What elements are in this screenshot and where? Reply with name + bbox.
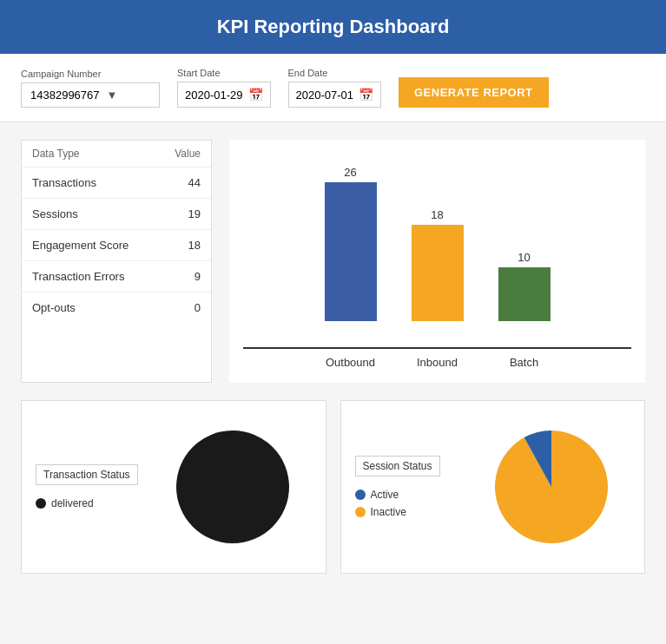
start-date-control: Start Date 2020-01-29 📅	[177, 68, 271, 108]
end-date-label: End Date	[288, 68, 382, 78]
active-label: Active	[371, 489, 399, 501]
campaign-value: 14382996767	[30, 89, 100, 102]
row-value-engagement: 18	[188, 239, 201, 252]
calendar-icon: 📅	[248, 88, 263, 102]
table-row: Sessions 19	[22, 199, 211, 230]
active-dot	[355, 490, 366, 500]
legend-item-active: Active	[355, 489, 459, 501]
bar-x-label: Inbound	[412, 356, 464, 369]
col-header-value: Value	[175, 148, 201, 160]
page-title: KPI Reporting Dashboard	[217, 16, 450, 37]
table-row: Opt-outs 0	[22, 292, 211, 323]
start-date-input[interactable]: 2020-01-29 📅	[177, 82, 271, 108]
row-value-optouts: 0	[195, 301, 201, 314]
bar-value-label: 10	[518, 251, 530, 264]
campaign-label: Campaign Number	[21, 69, 160, 79]
bar-value-label: 26	[344, 166, 356, 179]
row-label-engagement: Engagement Score	[32, 239, 129, 252]
row-label-sessions: Sessions	[32, 207, 78, 220]
bar-rect	[498, 267, 551, 321]
bar-group-batch: 10	[498, 251, 551, 321]
row-value-transactions: 44	[188, 176, 201, 189]
table-row: Transaction Errors 9	[22, 261, 211, 292]
start-date-label: Start Date	[177, 68, 271, 78]
end-date-control: End Date 2020-07-01 📅	[288, 68, 382, 108]
row-label-transaction-errors: Transaction Errors	[32, 270, 124, 283]
inactive-dot	[355, 507, 366, 517]
top-section: Data Type Value Transactions 44 Sessions…	[21, 140, 645, 383]
session-status-pie	[473, 422, 631, 552]
data-table: Data Type Value Transactions 44 Sessions…	[21, 140, 212, 383]
session-status-card: Session Status Active Inactive	[340, 400, 646, 574]
row-value-sessions: 19	[188, 207, 201, 220]
session-status-legend: Session Status Active Inactive	[355, 456, 459, 518]
bar-chart: 261810	[243, 158, 631, 349]
legend-item-inactive: Inactive	[355, 506, 459, 518]
session-pie-svg	[486, 422, 617, 552]
bar-group-outbound: 26	[325, 166, 377, 321]
end-date-value: 2020-07-01	[296, 89, 354, 102]
legend-item-delivered: delivered	[36, 497, 140, 509]
campaign-dropdown[interactable]: 14382996767 ▼	[21, 82, 160, 108]
bar-rect	[325, 182, 377, 321]
row-label-transactions: Transactions	[32, 176, 96, 189]
controls-bar: Campaign Number 14382996767 ▼ Start Date…	[0, 54, 666, 122]
campaign-control: Campaign Number 14382996767 ▼	[21, 69, 160, 108]
chevron-down-icon: ▼	[107, 89, 150, 102]
transaction-status-title: Transaction Status	[36, 464, 138, 485]
transaction-pie-svg	[168, 422, 298, 552]
delivered-label: delivered	[51, 497, 94, 509]
bar-group-inbound: 18	[412, 208, 464, 321]
bar-rect	[412, 225, 464, 321]
table-row: Transactions 44	[22, 168, 211, 199]
bar-labels: OutboundInboundBatch	[243, 356, 631, 369]
end-date-input[interactable]: 2020-07-01 📅	[288, 82, 382, 108]
table-row: Engagement Score 18	[22, 230, 211, 261]
bar-value-label: 18	[431, 208, 443, 221]
table-header: Data Type Value	[22, 141, 211, 168]
bottom-section: Transaction Status delivered Session Sta…	[21, 400, 645, 574]
page-header: KPI Reporting Dashboard	[0, 0, 666, 54]
transaction-status-card: Transaction Status delivered	[21, 400, 326, 574]
start-date-value: 2020-01-29	[185, 89, 243, 102]
col-header-data-type: Data Type	[32, 148, 79, 160]
bar-x-label: Batch	[498, 356, 551, 369]
generate-report-button[interactable]: GENERATE REPORT	[399, 77, 549, 108]
svg-point-0	[176, 430, 289, 543]
calendar-icon-2: 📅	[359, 88, 373, 102]
bar-x-label: Outbound	[325, 356, 377, 369]
transaction-status-pie	[154, 422, 312, 552]
row-value-transaction-errors: 9	[195, 270, 201, 283]
session-status-title: Session Status	[355, 456, 440, 476]
delivered-dot	[36, 498, 46, 509]
main-content: Data Type Value Transactions 44 Sessions…	[0, 122, 666, 591]
row-label-optouts: Opt-outs	[32, 301, 76, 314]
transaction-status-legend: Transaction Status delivered	[36, 464, 140, 509]
bar-chart-area: 261810 OutboundInboundBatch	[229, 140, 645, 383]
inactive-label: Inactive	[371, 506, 406, 518]
